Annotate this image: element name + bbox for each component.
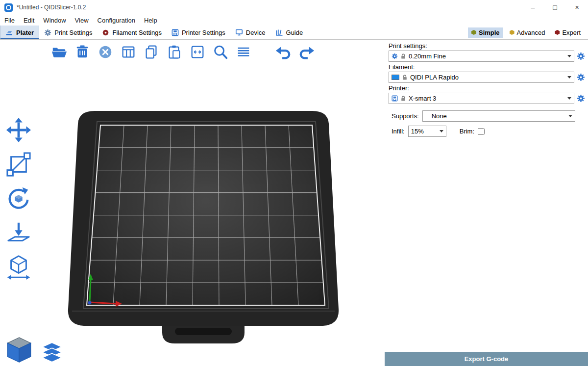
chevron-down-icon <box>567 76 571 79</box>
printer-icon <box>392 95 398 102</box>
arrange-grid-icon <box>120 44 137 60</box>
filament-color-swatch <box>392 75 399 80</box>
infill-select[interactable]: 15% <box>408 126 446 137</box>
undo-redo-group <box>274 43 316 61</box>
chevron-down-icon <box>567 97 571 100</box>
tab-filament-settings-label: Filament Settings <box>112 29 161 36</box>
close-button[interactable]: × <box>566 0 588 15</box>
menu-help[interactable]: Help <box>140 16 162 25</box>
search-button[interactable] <box>211 43 230 61</box>
menu-bar: File Edit Window View Configuration Help <box>0 15 588 26</box>
move-button[interactable] <box>4 116 33 144</box>
menu-edit[interactable]: Edit <box>19 16 39 25</box>
supports-value: None <box>432 112 447 120</box>
menu-file[interactable]: File <box>0 16 19 25</box>
brim-label: Brim: <box>460 128 474 135</box>
place-on-face-icon <box>5 220 32 246</box>
expert-mode-hex-icon <box>555 30 560 35</box>
delete-button[interactable] <box>73 43 92 61</box>
view-3d-button[interactable] <box>5 336 33 364</box>
layers-preview-icon <box>40 341 64 364</box>
window-controls: – □ × <box>522 0 588 15</box>
arrange-button[interactable] <box>119 43 138 61</box>
scale-icon <box>5 151 32 178</box>
copy-button[interactable] <box>142 43 161 61</box>
tab-device[interactable]: Device <box>230 26 270 39</box>
filament-select[interactable]: QIDI PLA Rapido <box>389 72 574 83</box>
title-bar: *Untitled - QIDISlicer-1.0.2 – □ × <box>0 0 588 15</box>
tab-guide[interactable]: Guide <box>270 26 308 39</box>
copy-icon <box>143 44 160 60</box>
menu-view[interactable]: View <box>71 16 93 25</box>
object-toolbar <box>50 43 316 61</box>
simple-mode-hex-icon <box>471 30 476 35</box>
lock-icon <box>400 96 406 102</box>
maximize-button[interactable]: □ <box>544 0 566 15</box>
layer-list-button[interactable] <box>234 43 253 61</box>
menu-configuration[interactable]: Configuration <box>93 16 140 25</box>
printer-label: Printer: <box>389 84 585 92</box>
tab-printer-settings[interactable]: Printer Settings <box>167 26 230 39</box>
infill-label: Infill: <box>392 128 405 135</box>
filament-spool-icon <box>102 29 109 36</box>
split-button[interactable] <box>188 43 207 61</box>
delete-all-button[interactable] <box>96 43 115 61</box>
redo-icon <box>298 44 315 60</box>
tab-printer-settings-label: Printer Settings <box>182 29 225 36</box>
flatten-button[interactable] <box>4 219 33 247</box>
undo-button[interactable] <box>274 43 293 61</box>
window-title: *Untitled - QIDISlicer-1.0.2 <box>17 4 86 11</box>
rotate-icon <box>5 185 32 212</box>
mode-simple[interactable]: Simple <box>468 27 503 38</box>
print-settings-gear-button[interactable] <box>577 52 585 60</box>
device-monitor-icon <box>235 28 243 36</box>
tab-filament-settings[interactable]: Filament Settings <box>97 26 166 39</box>
split-arrows-icon <box>189 44 206 60</box>
gizmo-toolbar <box>4 116 33 282</box>
size-button[interactable] <box>4 253 33 282</box>
mode-advanced[interactable]: Advanced <box>506 27 549 38</box>
settings-sidebar: Print settings: 0.20mm Fine Filament: QI… <box>385 40 588 368</box>
preview-layers-button[interactable] <box>40 341 64 364</box>
import-folder-icon <box>51 44 68 60</box>
redo-button[interactable] <box>297 43 316 61</box>
plater-icon <box>5 28 13 36</box>
tab-plater-label: Plater <box>16 29 34 36</box>
printer-select[interactable]: X-smart 3 <box>389 93 574 104</box>
import-button[interactable] <box>50 43 69 61</box>
printer-icon <box>172 29 179 36</box>
tab-bar: Plater Print Settings Filament Settings … <box>0 26 588 40</box>
print-bed <box>61 104 345 352</box>
supports-label: Supports: <box>392 112 419 120</box>
filament-label: Filament: <box>389 63 585 71</box>
viewport-3d[interactable] <box>0 40 385 368</box>
minimize-button[interactable]: – <box>522 0 544 15</box>
export-gcode-button[interactable]: Export G-code <box>385 352 588 366</box>
mode-advanced-label: Advanced <box>517 29 545 36</box>
tab-guide-label: Guide <box>286 29 303 36</box>
lock-icon <box>402 75 408 80</box>
chevron-down-icon <box>567 55 571 57</box>
gear-icon <box>44 29 51 36</box>
rotate-button[interactable] <box>4 184 33 213</box>
cube-3d-icon <box>5 336 33 364</box>
scale-button[interactable] <box>4 150 33 179</box>
undo-icon <box>275 44 292 60</box>
print-profile-select[interactable]: 0.20mm Fine <box>389 51 574 62</box>
paste-clipboard-icon <box>166 44 183 60</box>
size-measure-icon <box>5 254 32 281</box>
printer-gear-button[interactable] <box>577 94 585 103</box>
brim-checkbox[interactable] <box>478 128 485 135</box>
filament-gear-button[interactable] <box>577 73 585 81</box>
guide-book-icon <box>275 28 283 36</box>
mode-expert[interactable]: Expert <box>551 27 584 38</box>
infill-value: 15% <box>411 128 424 135</box>
supports-select[interactable]: None <box>422 110 575 122</box>
tab-plater[interactable]: Plater <box>0 26 39 39</box>
tab-print-settings-label: Print Settings <box>54 29 92 36</box>
tab-print-settings[interactable]: Print Settings <box>39 26 97 39</box>
paste-button[interactable] <box>165 43 184 61</box>
print-profile-value: 0.20mm Fine <box>409 53 446 60</box>
menu-window[interactable]: Window <box>39 16 70 25</box>
mode-selector: Simple Advanced Expert <box>468 26 588 39</box>
